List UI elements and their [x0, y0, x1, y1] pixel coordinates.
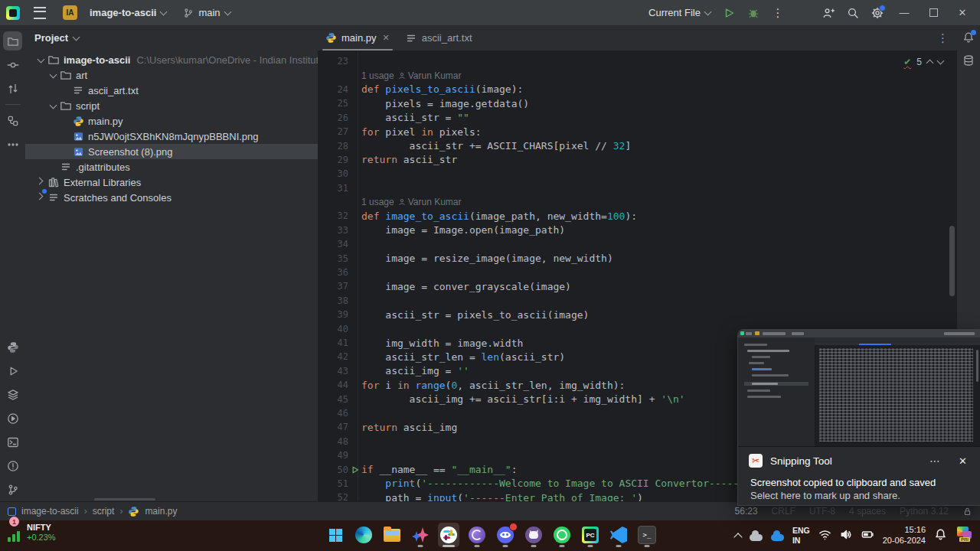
- tool-python-packages-button[interactable]: [3, 337, 22, 357]
- tab-main-py[interactable]: main.py✕: [318, 25, 397, 51]
- colorful-tray-icon[interactable]: PRI: [956, 526, 975, 546]
- tree-horizontal-scrollbar[interactable]: [94, 498, 155, 500]
- tool-vcs-branch-button[interactable]: [3, 480, 22, 499]
- caret-position[interactable]: 56:23: [735, 506, 758, 517]
- restore-button[interactable]: [920, 3, 946, 23]
- lock-icon[interactable]: [962, 507, 972, 517]
- snipping-tool-notification[interactable]: ✂ Snipping Tool ⋯ ✕ Screenshot copied to…: [737, 329, 980, 506]
- notification-more-button[interactable]: ⋯: [923, 455, 948, 467]
- minimize-button[interactable]: —: [891, 3, 917, 23]
- status-item[interactable]: 4 spaces: [849, 506, 886, 517]
- main-menu-icon[interactable]: [34, 7, 46, 19]
- taskbar-file-explorer-icon[interactable]: [381, 523, 403, 547]
- taskbar-bell-icon[interactable]: [934, 528, 947, 543]
- tool-problems-button[interactable]: [3, 456, 22, 475]
- debug-button[interactable]: [743, 4, 764, 22]
- taskbar-discord-icon[interactable]: [495, 523, 516, 547]
- code-annotation-row[interactable]: 1 usageVarun Kumar: [318, 68, 957, 82]
- code-line-30[interactable]: 30: [318, 167, 957, 181]
- chevron-down-icon[interactable]: [49, 101, 57, 109]
- breadcrumb-item[interactable]: script: [93, 506, 115, 517]
- run-button[interactable]: [718, 4, 740, 22]
- next-problem-icon[interactable]: [937, 57, 945, 65]
- prev-problem-icon[interactable]: [926, 59, 934, 67]
- project-panel-header[interactable]: Project: [25, 25, 318, 51]
- screenshot-thumbnail[interactable]: [738, 330, 980, 447]
- taskbar-terminal-icon[interactable]: >_: [636, 523, 658, 547]
- tree-item-main-py[interactable]: main.py: [25, 113, 318, 129]
- onedrive-blue-icon[interactable]: [771, 534, 784, 541]
- taskbar-edge-icon[interactable]: [353, 523, 374, 547]
- tab-options-icon[interactable]: ⋮: [929, 25, 957, 51]
- code-line-34[interactable]: 34: [318, 237, 957, 251]
- taskbar-windows-start-icon[interactable]: [325, 523, 346, 547]
- code-line-35[interactable]: 35 image = resize_image(image, new_width…: [318, 251, 957, 265]
- tray-overflow-chevron-icon[interactable]: [733, 533, 742, 541]
- code-line-37[interactable]: 37 image = conver_grayscale(image): [318, 279, 957, 293]
- tool-terminal-tool-button[interactable]: [3, 432, 22, 452]
- code-line-29[interactable]: 29return ascii_str: [318, 153, 957, 167]
- tree-item-scratches-and-consoles[interactable]: Scratches and Consoles: [25, 190, 318, 205]
- code-line-38[interactable]: 38: [318, 294, 957, 308]
- taskbar-paint-star-icon[interactable]: [410, 523, 431, 547]
- usage-hint[interactable]: 1 usageVarun Kumar: [361, 197, 462, 207]
- branch-selector[interactable]: main: [178, 5, 234, 21]
- taskbar-vscode-icon[interactable]: [608, 523, 629, 547]
- tool-structure-button[interactable]: [3, 111, 22, 130]
- code-line-33[interactable]: 33 image = Image.open(image_path): [318, 223, 957, 237]
- tree-item-n5jw0ojtsxbhkn8mjqnypbbbni-png[interactable]: n5JW0ojtSXBhKN8mJqnypBBBNI.png: [25, 129, 318, 144]
- tool-more-button[interactable]: [3, 135, 22, 154]
- notifications-icon[interactable]: [962, 31, 975, 44]
- taskbar-slack-icon[interactable]: [438, 523, 459, 547]
- chevron-down-icon[interactable]: [37, 55, 44, 63]
- tree-item-external-libraries[interactable]: External Libraries: [25, 174, 318, 190]
- breadcrumb-item[interactable]: main.py: [145, 506, 177, 517]
- code-line-39[interactable]: 39 ascii_str = pixels_to_ascii(image): [318, 308, 957, 321]
- battery-icon[interactable]: [861, 528, 874, 543]
- code-line-36[interactable]: 36: [318, 266, 957, 279]
- chevron-right-icon[interactable]: [36, 178, 44, 185]
- code-line-23[interactable]: 23: [318, 54, 957, 68]
- tree-item-ascii-art-txt[interactable]: ascii_art.txt: [25, 83, 318, 98]
- notification-close-button[interactable]: ✕: [956, 455, 970, 467]
- status-item[interactable]: CRLF: [772, 506, 795, 517]
- database-icon[interactable]: [962, 54, 975, 67]
- inspections-widget[interactable]: ✔ 5: [900, 55, 946, 69]
- run-config-selector[interactable]: Current File: [644, 5, 715, 21]
- search-everywhere-button[interactable]: [842, 4, 864, 22]
- tree-item-image-to-ascii[interactable]: image-to-asciiC:\Users\kumar\OneDrive - …: [25, 52, 318, 67]
- tree-item-script[interactable]: script: [25, 98, 318, 113]
- language-indicator[interactable]: ENGIN: [792, 526, 810, 545]
- code-line-25[interactable]: 25 pixels = image.getdata(): [318, 96, 957, 110]
- author-annotation[interactable]: Varun Kumar: [398, 197, 462, 207]
- editor-scrollbar[interactable]: [949, 226, 955, 296]
- chevron-down-icon[interactable]: [49, 70, 57, 78]
- code-line-31[interactable]: 31: [318, 181, 957, 195]
- more-actions-button[interactable]: ⋮: [767, 4, 789, 22]
- taskbar-pycharm-icon[interactable]: PC: [580, 523, 601, 547]
- code-line-24[interactable]: 24def pixels_to_ascii(image):: [318, 83, 957, 96]
- code-annotation-row[interactable]: 1 usageVarun Kumar: [318, 195, 957, 209]
- tool-python-console-button[interactable]: [3, 409, 22, 428]
- status-item[interactable]: Python 3.12: [900, 506, 949, 517]
- tree-item--gitattributes[interactable]: .gitattributes: [25, 159, 318, 174]
- chevron-right-icon[interactable]: [36, 193, 44, 201]
- code-line-27[interactable]: 27for pixel in pixels:: [318, 125, 957, 139]
- tool-commit-button[interactable]: [3, 55, 22, 74]
- onedrive-gray-icon[interactable]: [750, 534, 763, 541]
- tree-item-screenshot-8-png[interactable]: Screenshot (8).png: [25, 144, 318, 159]
- tab-ascii-art-txt[interactable]: ascii_art.txt: [397, 25, 480, 51]
- clock[interactable]: 15:1620-06-2024: [883, 525, 926, 546]
- wifi-icon[interactable]: [818, 528, 831, 543]
- usage-hint[interactable]: 1 usageVarun Kumar: [361, 70, 462, 81]
- taskbar-bittorrent-icon[interactable]: [466, 523, 488, 547]
- close-button[interactable]: ✕: [949, 3, 975, 23]
- tree-item-art[interactable]: art: [25, 67, 318, 83]
- author-annotation[interactable]: Varun Kumar: [398, 70, 462, 81]
- widgets-button[interactable]: 1 NIFTY +0.23%: [8, 523, 56, 543]
- breadcrumb-item[interactable]: image-to-ascii: [21, 506, 79, 517]
- code-line-32[interactable]: 32def image_to_ascii(image_path, new_wid…: [318, 209, 957, 223]
- code-line-26[interactable]: 26 ascii_str = "": [318, 111, 957, 125]
- code-with-me-button[interactable]: [818, 4, 839, 22]
- settings-button[interactable]: [867, 4, 888, 22]
